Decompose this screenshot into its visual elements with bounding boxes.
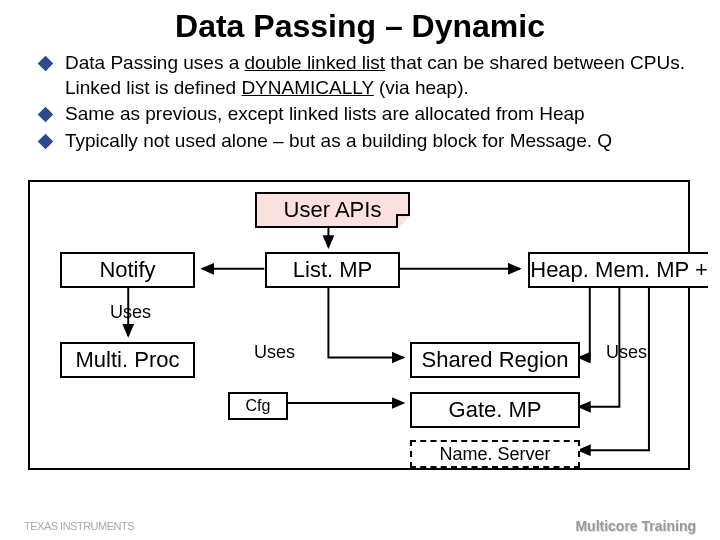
bullet-item: Same as previous, except linked lists ar…: [40, 102, 690, 127]
gatemp-box: Gate. MP: [410, 392, 580, 428]
bullet-list: Data Passing uses a double linked list t…: [0, 51, 720, 154]
bullet-text: Same as previous, except linked lists ar…: [65, 102, 585, 127]
bullet-text: Typically not used alone – but as a buil…: [65, 129, 612, 154]
uses-label: Uses: [110, 302, 151, 323]
footer-branding: Multicore Training: [575, 518, 696, 534]
note-fold-icon: [396, 214, 410, 228]
user-apis-box: User APIs: [255, 192, 410, 228]
bullet-icon: [38, 107, 54, 123]
footer: TEXAS INSTRUMENTS Multicore Training: [0, 518, 720, 534]
slide-title: Data Passing – Dynamic: [0, 0, 720, 51]
bullet-item: Data Passing uses a double linked list t…: [40, 51, 690, 100]
bullet-text: Data Passing uses a double linked list t…: [65, 51, 690, 100]
heapmem-box: Heap. Mem. MP +: [528, 252, 708, 288]
multiproc-box: Multi. Proc: [60, 342, 195, 378]
ti-logo: TEXAS INSTRUMENTS: [24, 520, 134, 532]
bullet-item: Typically not used alone – but as a buil…: [40, 129, 690, 154]
bullet-icon: [38, 134, 54, 150]
listmp-box: List. MP: [265, 252, 400, 288]
uses-label: Uses: [254, 342, 295, 363]
shared-region-box: Shared Region: [410, 342, 580, 378]
nameserver-box: Name. Server: [410, 440, 580, 468]
bullet-icon: [38, 56, 54, 72]
diagram-frame: User APIs Notify List. MP Heap. Mem. MP …: [28, 180, 690, 470]
notify-box: Notify: [60, 252, 195, 288]
cfg-box: Cfg: [228, 392, 288, 420]
uses-label: Uses: [606, 342, 647, 363]
